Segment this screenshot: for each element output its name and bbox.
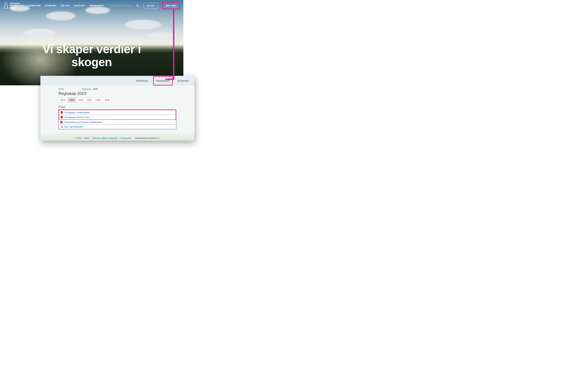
nav-tjenester[interactable]: TJENESTER xyxy=(27,4,41,7)
year-tab-2024[interactable]: 2024 xyxy=(59,98,68,102)
tab-kontakt[interactable]: KONTAKT xyxy=(177,78,190,84)
year-tab-2022[interactable]: 2022 xyxy=(76,98,85,102)
row-label: Årsoppgave tømmer 2023 xyxy=(64,116,90,118)
hero-line-1: Vi skaper verdier i xyxy=(0,43,183,56)
min-side-button[interactable]: MIN SIDE xyxy=(162,2,180,9)
portal-tabs: OPPDRAG REGNSKAP KONTAKT xyxy=(40,76,194,86)
cloud xyxy=(125,20,161,29)
brand-line-3: Skog xyxy=(10,7,20,9)
portal-panel: OPPDRAG REGNSKAP KONTAKT Portal › Regnsk… xyxy=(40,76,194,141)
row-arsoppgave-andelskapital[interactable]: Årsoppgave andelskapital xyxy=(59,110,176,115)
footer-separator: | xyxy=(90,137,91,139)
row-label: Etterbetaling og forrentet andelskapital xyxy=(64,121,102,123)
footer-separator: | xyxy=(133,137,133,139)
footer-copyright: © 2012 – 2024 xyxy=(75,137,89,139)
tab-oppdrag[interactable]: OPPDRAG xyxy=(135,78,149,84)
document-list: Årsoppgave andelskapital Årsoppgave tømm… xyxy=(58,110,176,129)
footer-separator: | xyxy=(118,137,119,139)
primary-nav: TJENESTER NYHETER OM OSS KONTAKT BÆREKRA… xyxy=(27,2,180,9)
cloud xyxy=(46,12,75,21)
chevron-right-icon: › xyxy=(92,88,92,90)
row-etterbetaling[interactable]: Etterbetaling og forrentet andelskapital xyxy=(59,120,176,125)
nav-om-oss[interactable]: OM OSS xyxy=(61,4,70,7)
year-tabs: 2024 2023 2022 2021 2020 2019 xyxy=(58,98,112,103)
portal-footer: © 2012 – 2024 | Glommen Mjøsen Skog SA |… xyxy=(40,137,194,139)
search-icon[interactable] xyxy=(136,4,139,7)
section-annet: Annet xyxy=(58,106,176,109)
year-tab-2023[interactable]: 2023 xyxy=(68,98,76,102)
swap-icon xyxy=(60,126,63,128)
top-navbar: Glommen Mjøsen Skog TJENESTER NYHETER OM… xyxy=(0,0,183,11)
footer-build: Skogeierportal 20240221.3 xyxy=(135,137,159,139)
footer-privacy-link[interactable]: Personvern xyxy=(121,137,131,139)
crumb-regnskap[interactable]: Regnskap xyxy=(82,88,91,90)
brand-text: Glommen Mjøsen Skog xyxy=(10,2,20,9)
row-label: Årsoppgave andelskapital xyxy=(64,111,90,114)
cloud xyxy=(148,32,176,40)
highlight-connector-horizontal xyxy=(166,79,174,80)
nav-glommen-skog-as[interactable]: GLOMMEN SKOG AS xyxy=(109,4,131,7)
row-bytt-regnskapsforer[interactable]: Bytt regnskapsfører xyxy=(59,125,176,129)
hero-headline: Vi skaper verdier i skogen xyxy=(0,43,183,69)
year-tab-2020[interactable]: 2020 xyxy=(94,98,103,102)
cloud xyxy=(23,29,56,38)
pdf-icon xyxy=(60,121,63,123)
footer-org-link[interactable]: Glommen Mjøsen Skog SA xyxy=(92,137,117,139)
crumb-portal[interactable]: Portal xyxy=(58,88,64,90)
brand[interactable]: Glommen Mjøsen Skog xyxy=(4,2,20,9)
hero-banner: Vi skaper verdier i skogen Glommen Mjøse… xyxy=(0,0,183,85)
page-title: Regnskap 2023 xyxy=(58,91,176,96)
brand-line-2: Mjøsen xyxy=(10,4,20,7)
year-tab-2021[interactable]: 2021 xyxy=(85,98,94,102)
crumb-year: 2023 xyxy=(93,88,98,90)
nav-kontakt[interactable]: KONTAKT xyxy=(74,4,85,7)
tab-regnskap[interactable]: REGNSKAP xyxy=(153,76,173,85)
breadcrumb: Portal › Regnskap › 2023 xyxy=(58,88,176,90)
portal-panel-wrap: OPPDRAG REGNSKAP KONTAKT Portal › Regnsk… xyxy=(40,76,194,141)
svg-line-1 xyxy=(138,6,139,7)
pdf-icon xyxy=(61,116,63,118)
pdf-icon xyxy=(61,111,63,114)
allma-button[interactable]: ALLMA xyxy=(144,3,158,9)
nav-nyheter[interactable]: NYHETER xyxy=(45,4,56,7)
year-tab-2019[interactable]: 2019 xyxy=(103,98,112,102)
hero-line-2: skogen xyxy=(0,56,183,69)
nav-baerekraft[interactable]: BÆREKRAFT xyxy=(90,4,104,7)
chevron-right-icon: › xyxy=(65,88,65,90)
highlight-connector-vertical xyxy=(173,9,174,79)
row-label: Bytt regnskapsfører xyxy=(64,126,84,128)
row-arsoppgave-tommer[interactable]: Årsoppgave tømmer 2023 xyxy=(59,115,176,119)
tree-logo-icon xyxy=(4,2,8,9)
brand-line-1: Glommen xyxy=(10,2,20,5)
portal-body: Portal › Regnskap › 2023 Regnskap 2023 2… xyxy=(40,86,194,141)
highlighted-documents: Årsoppgave andelskapital Årsoppgave tømm… xyxy=(59,110,176,120)
svg-point-0 xyxy=(136,4,138,6)
